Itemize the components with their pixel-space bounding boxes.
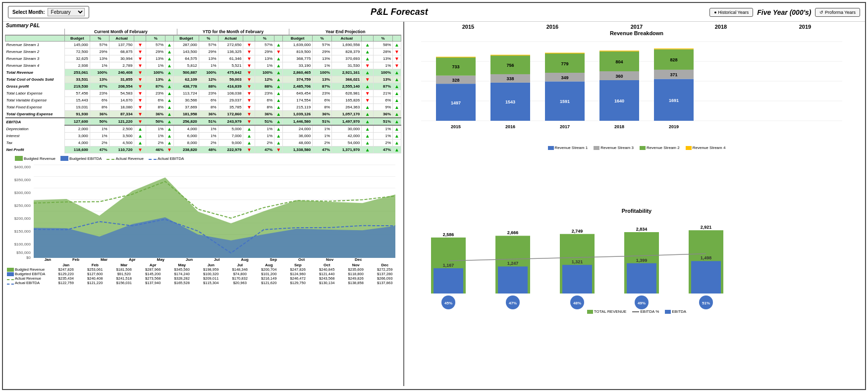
revenue-legend: Revenue Stream 1 Revenue Stream 3 Revenu… xyxy=(406,146,867,150)
row-label: Total Fixed Expense xyxy=(5,104,65,111)
svg-text:828: 828 xyxy=(670,57,677,62)
area-chart-container: Budgted Revenue Budgeted EBITDA Actual R… xyxy=(3,153,403,386)
svg-text:338: 338 xyxy=(506,76,514,81)
pl-table: Budget % Actual % Budget % Actual % xyxy=(5,35,401,153)
svg-text:1,247: 1,247 xyxy=(507,261,519,266)
svg-text:$200,000: $200,000 xyxy=(14,216,31,221)
row-label: Gross profit xyxy=(5,83,65,90)
row-label: Revenue Stream 3 xyxy=(5,55,65,62)
profitability-chart-svg: 2,5861,16745%2,6661,24747%2,7491,32148%2… xyxy=(406,214,867,313)
svg-rect-65 xyxy=(434,268,463,294)
svg-text:2017: 2017 xyxy=(560,124,570,129)
svg-text:48%: 48% xyxy=(573,301,581,305)
svg-text:1,498: 1,498 xyxy=(701,255,712,260)
row-label: Depreciation xyxy=(5,125,65,133)
section-header-cm: Current Month of February xyxy=(64,29,177,35)
svg-rect-77 xyxy=(562,265,592,294)
svg-rect-89 xyxy=(691,261,721,294)
years-row: 20152016201720182019 xyxy=(406,23,867,30)
svg-text:$300,000: $300,000 xyxy=(14,191,31,195)
svg-text:2018: 2018 xyxy=(614,124,624,129)
svg-text:$100,000: $100,000 xyxy=(14,242,31,246)
bottom-data-table: JanFebMarAprMayJunJulAugSepOctNovDecBudg… xyxy=(5,262,401,286)
svg-text:733: 733 xyxy=(452,64,459,69)
page-title: P&L Forecast xyxy=(89,7,710,17)
historical-years-button[interactable]: ● Historical Years xyxy=(709,8,753,17)
svg-rect-71 xyxy=(498,266,528,294)
svg-text:47%: 47% xyxy=(509,301,517,305)
section-header-ytd: YTD for the Month of February xyxy=(177,29,289,35)
row-label: Revenue Stream 1 xyxy=(5,42,65,49)
row-label: Revenue Stream 4 xyxy=(5,62,65,69)
svg-text:2,921: 2,921 xyxy=(701,225,712,230)
row-label: Total Operating Expense xyxy=(5,111,65,118)
profitability-legend: TOTAL REVENUE EBITDA % EBITDA xyxy=(406,309,867,314)
svg-text:1543: 1543 xyxy=(505,99,515,104)
svg-text:371: 371 xyxy=(670,72,677,77)
svg-rect-45 xyxy=(545,53,585,54)
svg-text:$50,000: $50,000 xyxy=(16,250,31,255)
svg-text:1,167: 1,167 xyxy=(443,263,454,268)
month-select[interactable]: January February March April May June Ju… xyxy=(48,8,85,16)
svg-text:2,749: 2,749 xyxy=(572,229,583,234)
svg-text:51%: 51% xyxy=(702,301,710,305)
svg-rect-37 xyxy=(490,55,530,55)
svg-text:1497: 1497 xyxy=(451,100,461,105)
row-label: Revenue Stream 2 xyxy=(5,49,65,55)
row-label: Total Revenue xyxy=(5,69,65,76)
svg-text:2019: 2019 xyxy=(669,124,679,129)
svg-text:349: 349 xyxy=(561,75,568,80)
svg-text:$250,000: $250,000 xyxy=(14,203,31,208)
svg-rect-53 xyxy=(599,50,639,51)
svg-text:49%: 49% xyxy=(638,301,646,305)
svg-text:$0: $0 xyxy=(26,255,31,260)
svg-text:2016: 2016 xyxy=(505,124,515,129)
svg-text:2015: 2015 xyxy=(451,124,461,129)
proforma-years-button[interactable]: ↺ Proforma Years xyxy=(815,8,860,17)
svg-text:1591: 1591 xyxy=(560,99,570,104)
svg-text:2,834: 2,834 xyxy=(636,227,648,232)
row-label: EBITDA xyxy=(5,118,65,125)
svg-rect-83 xyxy=(627,263,656,294)
profitability-chart-container: Profitability 2,5861,16745%2,6661,24747%… xyxy=(406,207,867,385)
select-month-label: Select Month: xyxy=(12,9,45,15)
row-label: Total Variable Expense xyxy=(5,97,65,104)
revenue-chart-container: Revenue Breakdown 1497328733201515433387… xyxy=(406,30,867,207)
svg-text:328: 328 xyxy=(452,78,459,83)
svg-text:$400,000: $400,000 xyxy=(14,165,31,169)
month-labels: JanFebMarAprMayJunJulAugSepOctNovDec xyxy=(5,257,401,262)
svg-text:1,399: 1,399 xyxy=(636,258,648,263)
summary-label: Summary P&L xyxy=(5,22,401,29)
area-chart-svg: $400,000 $350,000 $300,000 $250,000 $200… xyxy=(5,162,401,261)
svg-text:1691: 1691 xyxy=(669,98,679,103)
row-label: Interest xyxy=(5,133,65,140)
svg-text:804: 804 xyxy=(615,59,623,64)
header: Select Month: January February March Apr… xyxy=(3,3,865,22)
revenue-chart-svg: 1497328733201515433387562016159134977920… xyxy=(406,37,867,146)
svg-text:2,666: 2,666 xyxy=(507,230,519,235)
revenue-chart-title: Revenue Breakdown xyxy=(406,30,867,37)
row-label: Total Labor Expense xyxy=(5,90,65,97)
row-label: Total Cost of Goods Sold xyxy=(5,76,65,83)
row-label: Tax xyxy=(5,140,65,147)
svg-text:2,586: 2,586 xyxy=(443,232,454,237)
svg-text:779: 779 xyxy=(561,61,568,66)
svg-text:756: 756 xyxy=(506,63,514,68)
svg-text:1,321: 1,321 xyxy=(572,259,583,264)
chart-legend: Budgted Revenue Budgeted EBITDA Actual R… xyxy=(5,154,401,162)
svg-rect-61 xyxy=(654,49,694,49)
svg-text:360: 360 xyxy=(615,74,623,79)
svg-text:1640: 1640 xyxy=(614,98,624,103)
svg-rect-29 xyxy=(436,57,476,57)
svg-text:$350,000: $350,000 xyxy=(14,178,31,182)
svg-text:$150,000: $150,000 xyxy=(14,229,31,234)
svg-text:45%: 45% xyxy=(444,301,452,305)
profitability-chart-title: Profitability xyxy=(406,207,867,214)
five-year-title: Five Year (000's) xyxy=(757,8,811,16)
section-header-yep: Year End Projection xyxy=(289,29,401,35)
row-label: Net Profit xyxy=(5,147,65,153)
